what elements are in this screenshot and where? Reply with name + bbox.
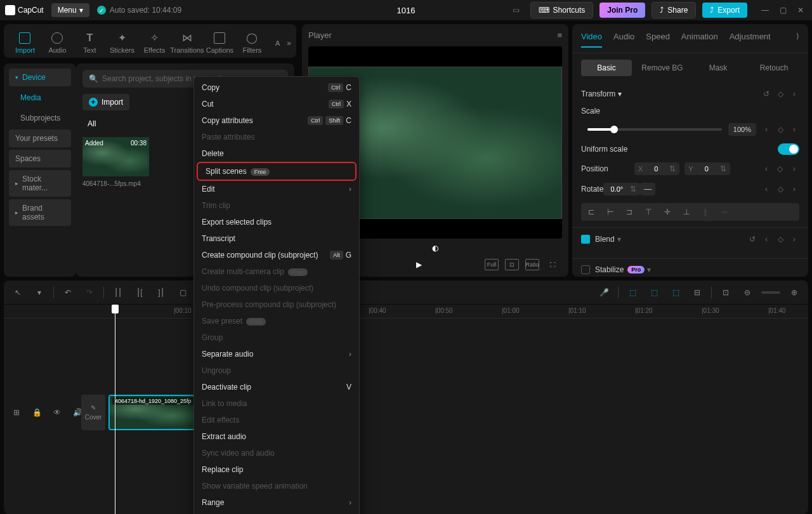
cursor-dropdown[interactable]: ▾ [32, 285, 47, 300]
tab-effects[interactable]: ✧Effects [138, 28, 171, 58]
tab-more[interactable]: A [268, 36, 287, 51]
tab-import[interactable]: Import [9, 29, 41, 58]
minimize-button[interactable]: — [759, 4, 771, 16]
ctx-extract-audio[interactable]: Extract audio [194, 428, 359, 445]
maximize-button[interactable]: ▢ [776, 4, 789, 16]
subtab-retouch[interactable]: Retouch [749, 60, 799, 76]
ctx-split-scenes[interactable]: Split scenesFree [197, 162, 357, 181]
snap-tool[interactable]: ⬚ [668, 285, 683, 300]
play-button[interactable]: ▶ [416, 260, 422, 269]
keyframe-blend[interactable]: ◇ [775, 234, 785, 244]
reset-icon[interactable]: ↺ [761, 89, 771, 99]
aspect-icon[interactable]: ▭ [509, 3, 524, 18]
preview-tool[interactable]: ⊡ [718, 285, 733, 300]
tab-filters[interactable]: ◯Filters [236, 28, 268, 58]
ctx-compound[interactable]: Create compound clip (subproject)AltG [194, 247, 359, 263]
crop-tool[interactable]: ▢ [175, 285, 190, 300]
full-button[interactable]: Full [485, 259, 499, 270]
track-expand[interactable]: ⊞ [9, 405, 24, 420]
ctx-range[interactable]: Range› [194, 494, 359, 511]
track-visible[interactable]: 👁 [49, 405, 65, 420]
rotate-reset[interactable]: — [640, 183, 655, 195]
tab-text[interactable]: TText [74, 29, 106, 58]
sidebar-subprojects[interactable]: Subprojects [9, 109, 71, 127]
cursor-tool[interactable]: ↖ [10, 285, 25, 300]
stabilize-checkbox[interactable] [581, 265, 590, 274]
tab-transitions[interactable]: ⋈Transitions [171, 28, 204, 58]
sidebar-spaces[interactable]: Spaces [9, 150, 71, 168]
sidebar-device[interactable]: ▾Device [9, 69, 71, 86]
rotate-input[interactable]: 0.0°⇅ [603, 183, 640, 195]
sidebar-media[interactable]: Media [9, 89, 71, 107]
blend-checkbox[interactable] [581, 235, 590, 244]
reset-blend[interactable]: ↺ [747, 234, 757, 244]
shortcuts-button[interactable]: ⌨ Shortcuts [530, 2, 594, 18]
ctx-separate-audio[interactable]: Separate audio› [194, 346, 359, 362]
ctx-copy-attr[interactable]: Copy attributesCtrlShiftC [194, 112, 359, 129]
scale-slider[interactable] [587, 128, 722, 131]
align-dist-v[interactable]: ═ [717, 206, 732, 218]
keyframe-rot[interactable]: ◇ [775, 184, 785, 194]
share-button[interactable]: ⤴ Share [652, 2, 696, 18]
subtab-mask[interactable]: Mask [693, 60, 743, 76]
tab-audio[interactable]: Audio [41, 29, 74, 58]
split-tool[interactable]: ⎮⎮ [110, 285, 126, 300]
track-tool[interactable]: ⊟ [690, 285, 705, 300]
ctx-transcript[interactable]: Transcript [194, 230, 359, 247]
import-button[interactable]: +Import [82, 94, 129, 110]
ctx-edit[interactable]: Edit› [194, 181, 359, 197]
link-tool[interactable]: ⬚ [646, 285, 662, 300]
tab-captions[interactable]: Captions [204, 29, 236, 58]
zoom-in[interactable]: ⊕ [787, 285, 802, 300]
ctx-replace[interactable]: Replace clip [194, 461, 359, 478]
tab-stickers[interactable]: ✦Stickers [106, 28, 138, 58]
fullscreen-button[interactable]: ⛶ [546, 259, 560, 270]
align-dist-h[interactable]: ‖ [698, 206, 713, 218]
join-pro-button[interactable]: Join Pro [599, 3, 645, 18]
magnet-tool[interactable]: ⬚ [625, 285, 640, 300]
ctx-copy[interactable]: CopyCtrlC [194, 79, 359, 96]
props-tab-audio[interactable]: Audio [613, 32, 634, 48]
trim-left-tool[interactable]: ⎮[ [132, 285, 147, 300]
ctx-cut[interactable]: CutCtrlX [194, 96, 359, 112]
filter-all[interactable]: All [82, 117, 101, 131]
zoom-slider[interactable] [761, 291, 780, 294]
sidebar-presets[interactable]: Your presets [9, 129, 71, 147]
zoom-out[interactable]: ⊖ [740, 285, 755, 300]
timeline-clip[interactable]: 4064718-hd_1920_1080_25fp [108, 395, 197, 430]
player-menu-icon[interactable]: ≡ [557, 30, 562, 40]
redo-button[interactable]: ↷ [82, 285, 97, 300]
ctx-render[interactable]: Render› [194, 511, 359, 514]
mic-tool[interactable]: 🎤 [596, 285, 612, 300]
export-button[interactable]: ⤴ Export [702, 3, 747, 18]
ctx-deactivate[interactable]: Deactivate clipV [194, 379, 359, 395]
align-left[interactable]: ⊏ [584, 206, 599, 218]
undo-button[interactable]: ↶ [60, 285, 75, 300]
keyframe-pos[interactable]: ◇ [775, 164, 785, 174]
close-button[interactable]: ✕ [794, 4, 807, 16]
pos-x-input[interactable]: X0⇅ [634, 162, 679, 175]
subtab-basic[interactable]: Basic [581, 60, 632, 76]
pos-y-input[interactable]: Y0⇅ [684, 162, 730, 175]
sidebar-brand[interactable]: ▸Brand assets [9, 199, 71, 226]
project-title[interactable]: 1016 [397, 6, 416, 15]
track-lock[interactable]: 🔒 [29, 405, 44, 420]
align-right[interactable]: ⊐ [622, 206, 637, 218]
cover-button[interactable]: ✎Cover [81, 395, 105, 430]
props-tab-video[interactable]: Video [581, 32, 602, 48]
menu-button[interactable]: Menu▾ [51, 3, 89, 17]
ratio-button[interactable]: Ratio [525, 259, 539, 270]
keyframe-scale[interactable]: ◇ [775, 124, 785, 135]
align-center-v[interactable]: ✛ [660, 206, 675, 218]
props-tab-animation[interactable]: Animation [681, 32, 718, 48]
props-tab-speed[interactable]: Speed [646, 32, 670, 48]
align-center-h[interactable]: ⊢ [603, 206, 618, 218]
trim-right-tool[interactable]: ]⎮ [154, 285, 169, 300]
playhead[interactable] [115, 305, 115, 514]
uniform-toggle[interactable] [778, 143, 799, 155]
align-top[interactable]: ⊤ [641, 206, 656, 218]
props-tab-adjustment[interactable]: Adjustment [730, 32, 771, 48]
ctx-export-sel[interactable]: Export selected clips [194, 214, 359, 230]
keyframe-icon[interactable]: ◇ [775, 89, 785, 99]
scroll-more-icon[interactable]: » [287, 39, 291, 48]
